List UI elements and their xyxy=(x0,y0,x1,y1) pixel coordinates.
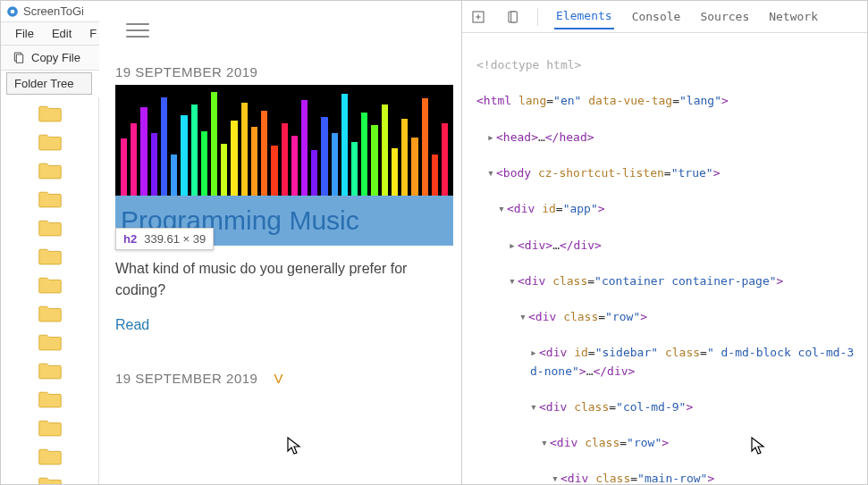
svg-point-1 xyxy=(11,9,15,13)
eq-bar xyxy=(121,138,127,196)
eq-bar xyxy=(422,98,428,196)
svg-rect-3 xyxy=(16,54,22,63)
eq-bar xyxy=(271,146,277,196)
tooltip-dims: 339.61 × 39 xyxy=(144,232,206,246)
row2-div[interactable]: ▾<div class="row"> xyxy=(466,434,864,452)
folder-item[interactable] xyxy=(1,271,98,299)
folder-item[interactable] xyxy=(1,156,98,185)
folder-item[interactable] xyxy=(1,414,98,442)
folder-item[interactable] xyxy=(1,385,98,414)
head-tag[interactable]: ▸<head>…</head> xyxy=(466,129,864,146)
tab-elements[interactable]: Elements xyxy=(554,4,614,29)
devtools-panel: Elements Console Sources Network <!docty… xyxy=(461,1,867,484)
container-div[interactable]: ▾<div class="container container-page"> xyxy=(466,272,864,290)
eq-bar xyxy=(140,107,147,196)
eq-bar xyxy=(261,111,267,196)
eq-bar xyxy=(201,131,207,196)
body-tag[interactable]: ▾<body cz-shortcut-listen="true"> xyxy=(466,164,864,182)
folder-icon xyxy=(38,305,63,322)
folder-icon xyxy=(38,362,63,380)
eq-bar xyxy=(332,133,338,196)
folder-item[interactable] xyxy=(1,356,98,385)
tab-console[interactable]: Console xyxy=(630,4,683,29)
device-icon[interactable] xyxy=(503,8,521,26)
menu-file[interactable]: File xyxy=(6,24,43,43)
folder-icon xyxy=(38,276,63,294)
col-div[interactable]: ▾<div class="col-md-9"> xyxy=(466,398,864,416)
eq-bar xyxy=(171,155,177,196)
div-collapsed[interactable]: ▸<div>…</div> xyxy=(466,237,864,255)
eq-bar xyxy=(282,123,288,196)
eq-bar xyxy=(131,123,137,196)
post-date: 19 SEPTEMBER 2019 xyxy=(115,64,461,79)
html-tag[interactable]: <html lang="en" data-vue-tag="lang"> xyxy=(466,92,864,110)
mainrow-div[interactable]: ▾<div class="main-row"> xyxy=(466,470,864,484)
eq-bar xyxy=(181,115,187,196)
dom-tree[interactable]: <!doctype html> <html lang="en" data-vue… xyxy=(462,33,867,484)
eq-bar xyxy=(241,103,248,196)
eq-bar xyxy=(151,133,157,196)
hamburger-icon[interactable] xyxy=(126,23,461,38)
sidebar-div[interactable]: ▸<div id="sidebar" class=" d-md-block co… xyxy=(466,344,864,380)
devtools-tabs: Elements Console Sources Network xyxy=(462,1,867,33)
copy-icon xyxy=(12,51,26,65)
post2-badge: V xyxy=(274,371,283,386)
mouse-cursor xyxy=(287,437,301,456)
folder-icon xyxy=(38,476,63,485)
folder-item[interactable] xyxy=(1,185,98,213)
eq-bar xyxy=(432,155,438,196)
menu-edit[interactable]: Edit xyxy=(43,24,80,43)
eq-bar xyxy=(191,105,198,196)
eq-bar xyxy=(401,119,408,196)
folder-item[interactable] xyxy=(1,328,98,356)
eq-bar xyxy=(251,127,257,196)
folder-tree-header[interactable]: Folder Tree xyxy=(6,72,92,95)
doctype: <!doctype html> xyxy=(476,58,581,71)
folder-icon xyxy=(38,390,63,408)
eq-bar xyxy=(221,144,227,196)
eq-bar xyxy=(351,142,358,196)
folder-icon xyxy=(38,419,63,437)
app-title: ScreenToGi xyxy=(23,4,84,18)
folder-item[interactable] xyxy=(1,213,98,242)
tab-network[interactable]: Network xyxy=(767,4,820,29)
element-tooltip: h2 339.61 × 39 xyxy=(115,228,214,250)
inspect-icon[interactable] xyxy=(469,8,487,26)
folder-item[interactable] xyxy=(1,242,98,271)
svg-rect-6 xyxy=(511,12,518,22)
eq-bar xyxy=(442,123,448,196)
folder-icon xyxy=(38,133,63,151)
folder-item[interactable] xyxy=(1,99,98,128)
eq-bar xyxy=(361,113,367,196)
content-area: 19 SEPTEMBER 2019 Programming Music h2 3… xyxy=(99,1,867,484)
read-link[interactable]: Read xyxy=(115,317,149,333)
eq-bar xyxy=(291,136,298,196)
eq-bar xyxy=(371,125,377,196)
eq-bar xyxy=(321,117,327,196)
copy-label: Copy File xyxy=(31,51,80,64)
folder-icon xyxy=(38,190,63,208)
eq-bar xyxy=(411,138,417,196)
folder-icon xyxy=(38,105,63,122)
app-icon xyxy=(6,5,19,18)
eq-bar xyxy=(382,105,388,196)
post-excerpt: What kind of music do you generally pref… xyxy=(115,258,445,301)
folder-item[interactable] xyxy=(1,442,98,471)
folder-icon xyxy=(38,447,63,465)
app-div[interactable]: ▾<div id="app"> xyxy=(466,200,864,218)
tab-separator xyxy=(537,8,538,26)
row-div[interactable]: ▾<div class="row"> xyxy=(466,308,864,326)
eq-bar xyxy=(311,150,317,196)
folder-item[interactable] xyxy=(1,128,98,156)
eq-bar xyxy=(301,100,308,196)
folder-item[interactable] xyxy=(1,471,98,485)
eq-bar xyxy=(392,148,398,196)
folder-icon xyxy=(38,333,63,351)
folder-item[interactable] xyxy=(1,299,98,328)
folder-icon xyxy=(38,162,63,180)
tab-sources[interactable]: Sources xyxy=(698,4,751,29)
tooltip-tag: h2 xyxy=(123,232,137,246)
eq-bar xyxy=(161,97,167,196)
copy-files-button[interactable]: Copy File xyxy=(6,48,86,68)
post-hero[interactable]: Programming Music xyxy=(115,85,453,246)
